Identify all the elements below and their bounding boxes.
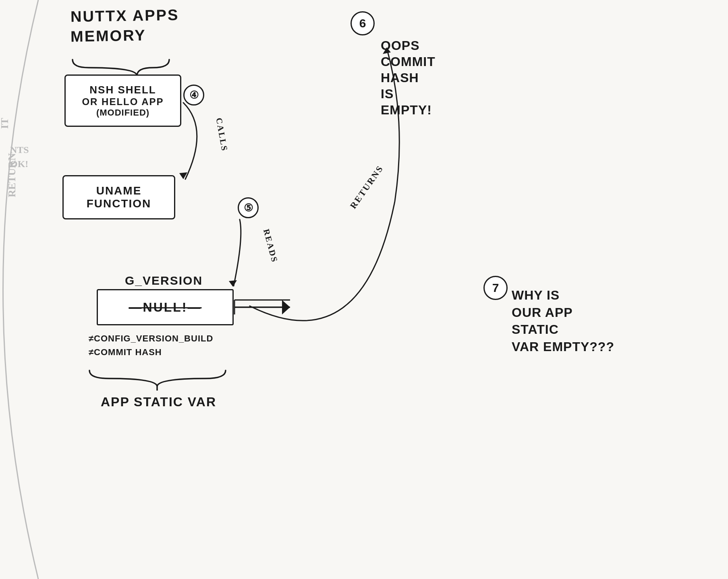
config-version-label: ≠CONFIG_VERSION_BUILD — [89, 333, 213, 344]
svg-text:OK!: OK! — [10, 159, 28, 169]
why-line3: STATIC — [512, 322, 559, 337]
commit-hash-label: ≠COMMIT HASH — [89, 347, 162, 358]
why-line1: WHY IS — [512, 288, 560, 303]
step-4-circle: ④ — [183, 85, 204, 105]
oops-commit-label: COMMIT — [381, 54, 436, 69]
svg-text:CALLS: CALLS — [214, 117, 230, 153]
why-line2: OUR APP — [512, 305, 573, 320]
oops-empty-label: EMPTY! — [381, 103, 432, 118]
title-line1: NUTTX APPS — [71, 6, 179, 26]
nsh-line2: OR HELLO APP — [82, 96, 164, 108]
uname-line2: FUNCTION — [87, 197, 151, 210]
oops-is-label: IS — [381, 87, 394, 101]
svg-text:NTS: NTS — [10, 145, 29, 155]
g-version-label: G_VERSION — [125, 274, 203, 287]
oops-hash-label: HASH — [381, 70, 419, 85]
why-line4: VAR EMPTY??? — [512, 339, 614, 354]
oops-label: OOPS — [381, 38, 419, 53]
nsh-line3: (MODIFIED) — [96, 108, 149, 118]
svg-text:RETURNS: RETURNS — [348, 163, 386, 211]
title-line2: MEMORY — [71, 27, 146, 45]
app-static-var-label: APP STATIC VAR — [101, 395, 216, 409]
null-value-text: —NULL!— — [129, 300, 202, 315]
svg-marker-5 — [282, 303, 290, 312]
null-value-box: —NULL!— — [97, 289, 234, 325]
step-6-circle: 6 — [351, 11, 375, 35]
step-5-circle: ⑤ — [238, 197, 259, 218]
svg-text:IT: IT — [0, 118, 10, 129]
svg-marker-2 — [229, 280, 237, 287]
nsh-line1: NSH SHELL — [89, 84, 156, 96]
nsh-shell-box: NSH SHELL OR HELLO APP (MODIFIED) — [64, 74, 181, 127]
svg-text:READS: READS — [261, 228, 280, 264]
svg-marker-9 — [282, 300, 290, 314]
uname-line1: UNAME — [96, 184, 142, 197]
uname-function-box: UNAME FUNCTION — [62, 175, 175, 219]
svg-text:RETURN: RETURN — [6, 153, 18, 197]
step-7-circle: 7 — [483, 276, 508, 300]
svg-marker-1 — [179, 172, 187, 179]
